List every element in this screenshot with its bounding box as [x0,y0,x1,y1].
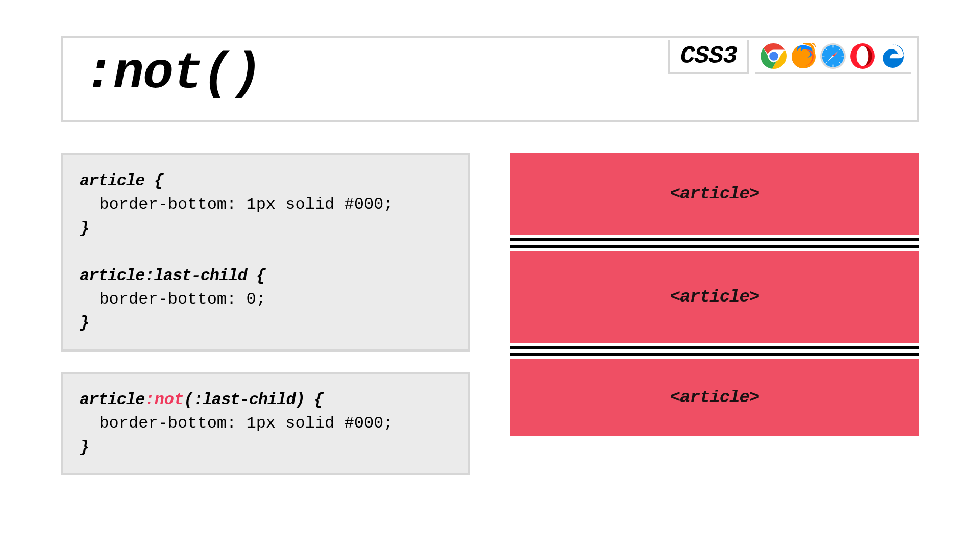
demo-stack: <article> <article> <article> [510,153,919,436]
code-declaration: border-bottom: 0; [80,290,266,309]
demo-article-label: <article> [670,184,760,204]
divider-line [510,238,919,241]
code-declaration: border-bottom: 1px solid #000; [80,414,394,433]
demo-article: <article> [510,359,919,436]
demo-divider [510,235,919,251]
code-block-traditional: article { border-bottom: 1px solid #000;… [61,153,470,352]
chrome-icon [761,43,787,69]
divider-line [510,346,919,349]
code-brace: } [80,219,89,238]
edge-icon [879,43,905,69]
divider-line [510,245,919,248]
code-brace: { [144,171,163,190]
demo-column: <article> <article> <article> [510,153,919,496]
code-selector: article [80,390,144,409]
css-version-label: CSS3 [680,42,737,70]
demo-article: <article> [510,153,919,235]
code-selector: article [80,171,144,190]
code-brace: { [247,266,265,285]
code-brace: } [80,438,89,457]
demo-article-label: <article> [670,287,760,307]
header: :not() CSS3 [61,36,919,122]
page-title: :not() [84,45,642,103]
header-badges: CSS3 [662,38,917,79]
code-column: article { border-bottom: 1px solid #000;… [61,153,470,496]
svg-point-2 [769,52,778,61]
title-cell: :not() [63,38,662,108]
demo-divider [510,343,919,359]
slide: :not() CSS3 [0,0,980,551]
opera-icon [849,43,876,69]
demo-article: <article> [510,251,919,343]
slide-body: article { border-bottom: 1px solid #000;… [61,153,919,496]
code-declaration: border-bottom: 1px solid #000; [80,195,394,214]
css-version-badge: CSS3 [668,40,749,74]
demo-article-label: <article> [670,388,760,407]
browser-support-row [755,40,911,74]
code-block-not: article:not(:last-child) { border-bottom… [61,372,470,475]
code-selector: article:last-child [80,266,247,285]
code-not-pseudo: :not [144,390,184,409]
code-brace: { [305,390,323,409]
firefox-icon [790,43,817,69]
safari-icon [820,43,846,69]
divider-line [510,353,919,356]
code-selector: (:last-child) [184,390,305,409]
code-brace: } [80,313,89,332]
